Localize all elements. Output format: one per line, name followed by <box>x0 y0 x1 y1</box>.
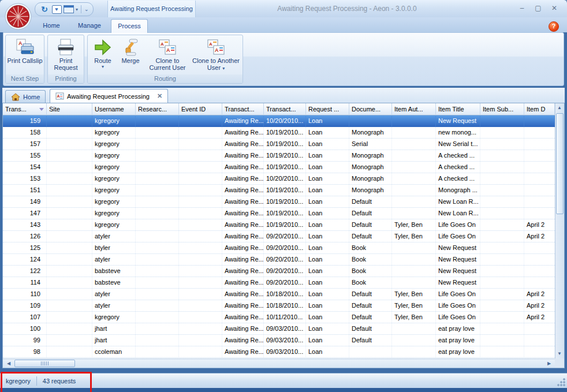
cell: Life Goes On <box>436 231 480 242</box>
doctab-awaiting-request-processing[interactable]: A Awaiting Request Processing ✕ <box>50 89 168 103</box>
merge-button[interactable]: Merge <box>117 36 144 73</box>
column-header-trans[interactable]: Trans... <box>3 103 47 115</box>
svg-text:A: A <box>166 47 170 53</box>
table-row[interactable]: 154kgregoryAwaiting Re...10/19/2010...Lo… <box>3 162 555 173</box>
window-style-icon[interactable] <box>64 4 74 14</box>
horizontal-scroll-thumb[interactable] <box>14 360 75 367</box>
print-request-button[interactable]: Print Request <box>49 36 83 73</box>
doctab-home[interactable]: Home <box>5 90 46 103</box>
route-label: Route <box>94 57 111 64</box>
cell: babsteve <box>92 266 136 277</box>
cell: April 2 <box>524 289 555 300</box>
cell: 09/20/2010... <box>264 242 306 253</box>
quick-access-toolbar: ↻ ♥ ▾ ⌄ <box>35 2 94 16</box>
table-row[interactable]: 126atylerAwaiting Re...09/20/2010...Loan… <box>3 231 555 242</box>
cell <box>136 139 179 150</box>
cell: Awaiting Re... <box>222 277 264 288</box>
table-row[interactable]: 149kgregoryAwaiting Re...10/19/2010...Lo… <box>3 196 555 208</box>
table-row[interactable]: 110atylerAwaiting Re...10/18/2010...Loan… <box>3 289 555 300</box>
resize-grip[interactable] <box>557 378 565 386</box>
scroll-right-icon[interactable]: ▶ <box>544 359 554 368</box>
column-header-request[interactable]: Request ... <box>306 103 349 115</box>
favorites-icon[interactable]: ♥ <box>51 4 62 14</box>
column-header-transact[interactable]: Transact... <box>222 103 264 115</box>
qat-overflow-icon[interactable]: ⌄ <box>84 8 89 12</box>
column-header-username[interactable]: Username <box>92 103 136 115</box>
tab-home[interactable]: Home <box>33 19 69 32</box>
table-row[interactable]: 153kgregoryAwaiting Re...10/20/2010...Lo… <box>3 173 555 185</box>
document-icon: A <box>55 92 64 100</box>
table-row[interactable]: 125btylerAwaiting Re...09/20/2010...Loan… <box>3 242 555 254</box>
close-tab-icon[interactable]: ✕ <box>157 92 162 100</box>
column-header-item-aut[interactable]: Item Aut... <box>392 103 436 115</box>
tab-manage[interactable]: Manage <box>70 19 109 32</box>
scroll-down-icon[interactable]: ▼ <box>555 350 564 358</box>
cell: jhart <box>92 323 136 334</box>
clone-to-current-user-button[interactable]: AA Clone to Current User <box>144 36 191 73</box>
vertical-scroll-thumb[interactable] <box>556 113 564 214</box>
cell <box>179 242 222 253</box>
table-row[interactable]: 159kgregoryAwaiting Re...10/20/2010...Lo… <box>3 115 555 127</box>
table-row[interactable]: 124atylerAwaiting Re...09/20/2010...Loan… <box>3 254 555 266</box>
cell: Default <box>349 312 392 323</box>
cell: Default <box>349 335 392 346</box>
cell: kgregory <box>92 162 136 173</box>
cell: kgregory <box>92 139 136 150</box>
cell: 125 <box>3 242 47 253</box>
cell: kgregory <box>92 208 136 219</box>
table-row[interactable]: 122babsteveAwaiting Re...09/20/2010...Lo… <box>3 266 555 277</box>
maximize-button[interactable]: ▢ <box>531 3 545 13</box>
cell <box>480 266 524 277</box>
column-header-transact[interactable]: Transact... <box>264 103 306 115</box>
column-header-item-d[interactable]: Item D <box>524 103 555 115</box>
cell: Default <box>349 231 392 242</box>
column-header-event-id[interactable]: Event ID <box>179 103 222 115</box>
column-header-item-title[interactable]: Item Title <box>436 103 480 115</box>
route-button[interactable]: Route ▾ <box>89 36 117 73</box>
cell: Default <box>349 300 392 311</box>
column-header-site[interactable]: Site <box>47 103 92 115</box>
app-menu-button[interactable] <box>5 3 32 30</box>
grid-header-row: Trans...SiteUsernameResearc...Event IDTr… <box>3 103 555 115</box>
column-header-researc[interactable]: Researc... <box>136 103 179 115</box>
table-row[interactable]: 158kgregoryAwaiting Re...10/19/2010...Lo… <box>3 127 555 139</box>
close-button[interactable]: ✕ <box>547 3 561 13</box>
horizontal-scrollbar[interactable]: ◀ ▶ <box>3 359 555 368</box>
table-row[interactable]: 99jhartAwaiting Re...09/03/2010...LoanDe… <box>3 335 555 346</box>
group-label-next-step: Next Step <box>6 74 44 83</box>
cell: 09/03/2010... <box>264 346 306 357</box>
table-row[interactable]: 151kgregoryAwaiting Re...10/19/2010...Lo… <box>3 185 555 196</box>
ribbon-group-next-step: A Print Callslip Next Step <box>5 35 44 84</box>
scroll-left-icon[interactable]: ◀ <box>4 359 13 368</box>
table-row[interactable]: 155kgregoryAwaiting Re...10/19/2010...Lo… <box>3 150 555 162</box>
cell <box>480 323 524 334</box>
refresh-icon[interactable]: ↻ <box>39 4 50 14</box>
table-row[interactable]: 147kgregoryAwaiting Re...10/19/2010...Lo… <box>3 208 555 219</box>
cell: 10/20/2010... <box>264 115 306 126</box>
doctab-home-label: Home <box>23 94 40 100</box>
table-row[interactable]: 100jhartAwaiting Re...09/03/2010...LoanD… <box>3 323 555 335</box>
clone-to-another-user-button[interactable]: AA Clone to Another User ▾ <box>191 36 241 73</box>
table-row[interactable]: 107kgregoryAwaiting Re...10/11/2010...Lo… <box>3 312 555 323</box>
cell: Awaiting Re... <box>222 150 264 161</box>
cell <box>480 231 524 242</box>
cell: 10/19/2010... <box>264 127 306 138</box>
cell: Awaiting Re... <box>222 219 264 230</box>
scroll-up-icon[interactable]: ▲ <box>555 104 564 112</box>
table-row[interactable]: 143kgregoryAwaiting Re...10/19/2010...Lo… <box>3 219 555 231</box>
table-row[interactable]: 98ccolemanAwaiting Re...09/03/2010...Loa… <box>3 346 555 358</box>
cell: Loan <box>306 346 349 357</box>
help-button[interactable]: ? <box>549 21 559 32</box>
minimize-button[interactable]: – <box>515 3 529 13</box>
cell: 110 <box>3 289 47 300</box>
column-header-docume[interactable]: Docume... <box>349 103 392 115</box>
chevron-down-icon[interactable]: ▾ <box>76 7 78 12</box>
table-row[interactable]: 114babsteveAwaiting Re...09/20/2010...Lo… <box>3 277 555 289</box>
tab-process[interactable]: Process <box>111 19 148 33</box>
vertical-scrollbar[interactable]: ▲ ▼ <box>555 103 564 359</box>
table-row[interactable]: 157kgregoryAwaiting Re...10/19/2010...Lo… <box>3 139 555 150</box>
column-header-item-sub[interactable]: Item Sub... <box>480 103 524 115</box>
cell <box>524 127 555 138</box>
print-callslip-button[interactable]: A Print Callslip <box>7 36 43 73</box>
table-row[interactable]: 109atylerAwaiting Re...10/18/2010...Loan… <box>3 300 555 312</box>
